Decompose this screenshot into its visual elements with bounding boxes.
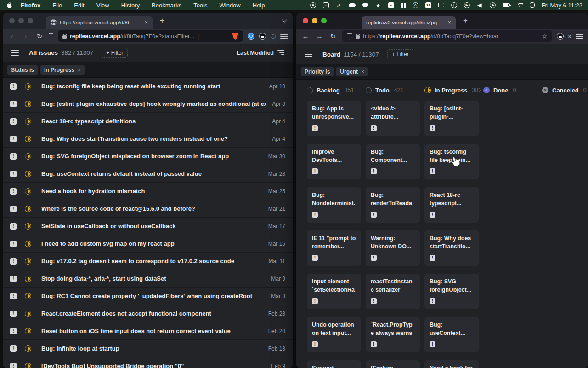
tracking-shield-icon[interactable] <box>347 33 352 40</box>
address-bar[interactable]: repliear.vercel.app/d/8bTaoq7F0e?statusF… <box>58 30 243 42</box>
issue-row[interactable]: Stop doing data-*, aria-*, start using d… <box>3 270 293 288</box>
onepassword-menu-icon[interactable]: 0 <box>413 2 418 8</box>
issue-row[interactable]: Bug: tsconfig file keep being reset whil… <box>3 78 293 95</box>
menu-edit[interactable]: Edit <box>74 2 84 9</box>
menu-tools[interactable]: Tools <box>193 2 207 9</box>
board-card[interactable]: Support asynchronous... <box>307 360 361 368</box>
board-card[interactable]: input element `setSelectionRa <box>307 274 361 309</box>
back-button[interactable]: ← <box>301 32 310 40</box>
calendar-icon[interactable]: 29 <box>425 2 431 8</box>
board-card[interactable]: reactTestInstanc serializer <box>366 274 420 309</box>
user-circle-icon[interactable] <box>490 2 496 8</box>
issue-row[interactable]: Bug: SVG foreignObject misplaced on brow… <box>3 148 293 165</box>
brave-shield-icon[interactable] <box>232 33 238 40</box>
board-card[interactable]: Bug: Nondeterminist... <box>307 187 361 223</box>
issue-row[interactable]: Reset button on iOS time input does not … <box>3 322 293 340</box>
bookmark-star-icon[interactable]: ☆ <box>542 33 548 40</box>
zoom-window-button[interactable] <box>321 18 327 23</box>
upload-icon[interactable] <box>438 3 444 7</box>
sidebar-menu-icon[interactable] <box>11 50 19 56</box>
board-card[interactable]: Bug: tsconfig file keep bein... <box>424 144 479 179</box>
github-extension-icon[interactable] <box>259 33 266 40</box>
filter-value-chip[interactable]: Urgent × <box>336 67 368 76</box>
close-tab-icon[interactable]: × <box>144 19 148 26</box>
sort-control[interactable]: Last Modified <box>237 50 284 56</box>
apple-logo-icon[interactable] <box>6 2 12 9</box>
new-tab-button[interactable]: + <box>463 16 468 25</box>
overflow-menu-icon[interactable]: » <box>568 33 571 40</box>
record-icon[interactable] <box>310 2 316 8</box>
back-button[interactable]: ‹ <box>7 32 17 40</box>
issue-row[interactable]: Bug: Infinite loop at startupFeb 13 <box>3 340 293 357</box>
issue-row[interactable]: I need to add custom svg map on my react… <box>3 235 293 253</box>
zoom-window-button[interactable] <box>28 18 33 23</box>
remove-filter-icon[interactable]: × <box>361 69 364 75</box>
close-window-button[interactable] <box>303 18 308 23</box>
board-card[interactable]: [Feature request] expo... <box>366 360 420 368</box>
board-card[interactable]: Bug: Component... <box>366 144 420 179</box>
browser-menu-icon[interactable] <box>576 34 583 39</box>
issue-row[interactable]: Where is the source code of react@15.6.0… <box>3 200 293 218</box>
warning-app-icon[interactable]: ▲ <box>388 2 394 8</box>
board-card[interactable]: <video /> attribute... <box>366 101 420 136</box>
issue-row[interactable]: Bug: useContext returns default instead … <box>3 165 293 183</box>
board-card[interactable]: Bug: SVG foreignObject... <box>424 274 479 309</box>
dropbox-icon[interactable]: ◆ <box>375 2 381 8</box>
docker-icon[interactable] <box>362 3 368 7</box>
address-bar[interactable]: https://repliear.vercel.app/d/8bTaoq7F0e… <box>342 30 552 42</box>
sidebar-menu-icon[interactable] <box>305 52 312 57</box>
reload-button[interactable]: ↻ <box>35 32 44 40</box>
board-card[interactable]: `React.PropType always warns ab <box>366 317 420 352</box>
power-icon[interactable]: | <box>451 2 457 8</box>
reload-button[interactable]: ↻ <box>328 32 338 40</box>
close-window-button[interactable] <box>9 18 15 23</box>
minimize-window-button[interactable] <box>18 18 24 23</box>
play-circle-icon[interactable]: ▶ <box>464 2 470 8</box>
bookmark-icon[interactable] <box>49 33 53 39</box>
board-card[interactable]: Bug: App is unresponsive... <box>307 101 361 136</box>
issue-row[interactable]: React.createElement does not accept func… <box>3 305 293 322</box>
menu-firefox[interactable]: Firefox <box>21 2 40 9</box>
right-traffic-lights[interactable] <box>303 18 327 23</box>
board-card[interactable]: Bug: Why does startTransitio... <box>424 230 479 266</box>
issue-row[interactable]: Bug: RC1 Cannot create property '_update… <box>3 288 293 305</box>
issue-row[interactable]: [DevTools Bug] Unsupported Bridge operat… <box>3 357 293 368</box>
remove-filter-icon[interactable]: × <box>78 67 81 73</box>
forward-button[interactable]: → <box>315 32 324 40</box>
menu-bookmarks[interactable]: Bookmarks <box>152 2 181 9</box>
github-extension-icon[interactable] <box>557 33 564 40</box>
board-card[interactable]: Bug: [eslint-plugin-... <box>424 101 479 136</box>
issue-row[interactable]: Bug: [eslint-plugin-exhaustive-deps] hoo… <box>3 95 293 113</box>
issue-row[interactable]: Need a hook for hydration mismatchMar 25 <box>3 183 293 200</box>
cloud-icon[interactable] <box>349 3 356 7</box>
issue-row[interactable]: Bug: Why does startTransition cause two … <box>3 130 293 148</box>
sync-icon[interactable]: ⇄ <box>336 2 342 8</box>
tab-list-chevron-icon[interactable] <box>282 17 287 22</box>
board-card[interactable]: Need a hook for hydration... <box>424 360 479 368</box>
volume-icon[interactable]: ◀) <box>477 2 483 8</box>
menu-help[interactable]: Help <box>253 2 265 9</box>
right-browser-tab[interactable]: replidraw2.vercel.app/d/c-iZpq × <box>362 16 456 29</box>
left-traffic-lights[interactable] <box>9 18 33 23</box>
battery-icon[interactable] <box>503 3 510 7</box>
board-card[interactable]: IE 11 "prompt to remember... <box>307 230 361 266</box>
menu-view[interactable]: View <box>96 2 109 9</box>
menu-history[interactable]: History <box>121 2 140 9</box>
window-tiles-icon[interactable] <box>401 3 406 8</box>
board-card[interactable]: Bug: renderToReadab <box>366 187 420 223</box>
menu-window[interactable]: Window <box>220 2 241 9</box>
issue-row[interactable]: React 18-rc typescript definitionsApr 4 <box>3 113 293 130</box>
filter-value-chip[interactable]: In Progress × <box>40 65 85 75</box>
board-card[interactable]: Improve DevTools... <box>307 144 361 179</box>
board-card[interactable]: React 18-rc typescript... <box>424 187 479 223</box>
issue-row[interactable]: Bug: v17.0.2 tag doesn't seem to corresp… <box>3 253 293 270</box>
left-browser-tab[interactable]: https://repliear.vercel.app/d/8b × <box>46 16 153 29</box>
issue-row[interactable]: SetState in useCallback or without useCa… <box>3 218 293 235</box>
close-tab-icon[interactable]: × <box>447 19 451 26</box>
minimize-window-button[interactable] <box>312 18 317 23</box>
board-card[interactable]: Undo operation on text input... <box>307 317 361 352</box>
add-filter-button[interactable]: + Filter <box>387 49 413 59</box>
new-tab-button[interactable]: + <box>160 16 164 25</box>
board-card[interactable]: Bug: useContext... <box>424 317 479 352</box>
wifi-icon[interactable] <box>517 3 523 7</box>
